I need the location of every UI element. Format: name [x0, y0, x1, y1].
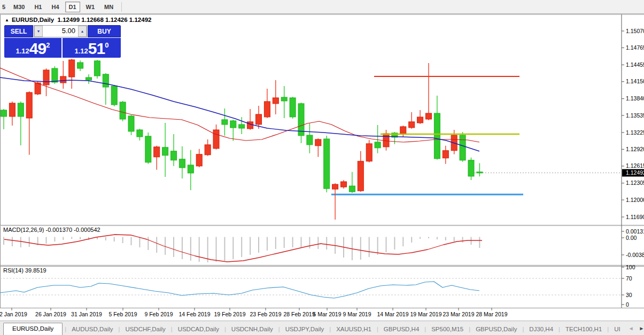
buy-button[interactable]: BUY: [88, 25, 121, 37]
svg-text:100: 100: [626, 264, 635, 270]
svg-text:9 Mar 2019: 9 Mar 2019: [343, 311, 371, 317]
tab-dj30-h4[interactable]: DJ30,H4: [524, 324, 558, 335]
tab-tech100-h1[interactable]: TECH100,H1: [560, 324, 607, 335]
svg-text:1.14150: 1.14150: [626, 78, 644, 84]
chart-title: ▲EURUSD,Daily 1.12499 1.12668 1.12426 1.…: [5, 17, 151, 23]
volume-increase-icon[interactable]: ▲: [78, 26, 87, 37]
svg-text:9 Feb 2019: 9 Feb 2019: [144, 311, 173, 317]
svg-text:19 Mar 2019: 19 Mar 2019: [410, 311, 442, 317]
tab-gbpusd-daily[interactable]: GBPUSD,Daily: [470, 324, 522, 335]
mt4-window: 5M30H1H4D1W1MN 1.150701.147651.144551.14…: [0, 0, 644, 335]
svg-text:30: 30: [626, 292, 632, 298]
symbol-tab-bar: EURUSD,Daily|AUDUSD,Daily|USDCHF,Daily|U…: [0, 321, 644, 335]
sell-quote-button[interactable]: 1.12492: [4, 38, 61, 58]
svg-text:1.13535: 1.13535: [626, 112, 644, 119]
sell-price-pip: 2: [46, 41, 50, 49]
svg-text:-0.00386: -0.00386: [626, 252, 644, 258]
tab-usdjpy-daily[interactable]: USDJPY,Daily: [280, 324, 330, 335]
svg-text:0: 0: [626, 301, 629, 308]
chart-ohlc-values: 1.12499 1.12668 1.12426 1.12492: [58, 17, 152, 23]
volume-input[interactable]: 5.00: [43, 26, 78, 37]
tab-ui[interactable]: UI: [609, 324, 626, 335]
tab-usdchf-daily[interactable]: USDCHF,Daily: [120, 324, 170, 335]
svg-text:5 Feb 2019: 5 Feb 2019: [108, 311, 137, 317]
sell-price-main: 49: [29, 41, 46, 57]
svg-text:0.00: 0.00: [626, 235, 637, 241]
svg-text:1.12492: 1.12492: [626, 169, 644, 176]
sell-price-prefix: 1.12: [16, 47, 29, 57]
svg-text:1.12920: 1.12920: [626, 146, 644, 152]
tab-scroll-right-icon[interactable]: ►: [637, 325, 644, 331]
svg-text:23 Feb 2019: 23 Feb 2019: [250, 311, 282, 317]
current-price-tag: 1.12492: [622, 169, 644, 177]
tab-scroll-arrows: ◄►: [626, 321, 644, 335]
svg-text:5 Mar 2019: 5 Mar 2019: [313, 311, 341, 317]
svg-text:1.11690: 1.11690: [626, 214, 644, 220]
svg-text:1.14765: 1.14765: [626, 44, 644, 51]
tab-eurusd-daily[interactable]: EURUSD,Daily: [3, 323, 63, 335]
svg-text:1.12615: 1.12615: [626, 162, 644, 169]
svg-text:1.13225: 1.13225: [626, 129, 644, 136]
tab-usdcad-daily[interactable]: USDCAD,Daily: [173, 324, 224, 335]
tab-sp500-m15[interactable]: SP500,M15: [426, 324, 469, 335]
tab-xauusd-h1[interactable]: XAUUSD,H1: [331, 324, 377, 335]
svg-text:31 Jan 2019: 31 Jan 2019: [71, 311, 102, 317]
svg-text:1.15070: 1.15070: [626, 28, 644, 34]
buy-price-main: 51: [88, 41, 105, 57]
svg-text:1.14455: 1.14455: [626, 61, 644, 68]
svg-text:1.12000: 1.12000: [626, 197, 644, 203]
svg-text:26 Jan 2019: 26 Jan 2019: [35, 311, 66, 317]
sell-button[interactable]: SELL: [4, 25, 33, 37]
svg-text:14 Feb 2019: 14 Feb 2019: [179, 311, 211, 317]
svg-text:1.13840: 1.13840: [626, 95, 644, 102]
rsi-label: RSI(14) 39.8519: [3, 267, 46, 274]
svg-text:23 Mar 2019: 23 Mar 2019: [443, 311, 475, 317]
svg-text:28 Feb 2019: 28 Feb 2019: [284, 311, 315, 317]
svg-text:1.12305: 1.12305: [626, 180, 644, 186]
svg-text:14 Mar 2019: 14 Mar 2019: [377, 311, 409, 317]
svg-text:19 Feb 2019: 19 Feb 2019: [214, 311, 246, 317]
buy-price-pip: 0: [105, 41, 108, 49]
svg-text:70: 70: [626, 275, 632, 282]
buy-quote-button[interactable]: 1.12510: [63, 38, 121, 58]
macd-label: MACD(12,26,9) -0.001370 -0.000542: [3, 227, 100, 233]
tab-scroll-left-icon[interactable]: ◄: [626, 325, 637, 331]
one-click-trade-panel: SELL ▼ 5.00 ▲ BUY 1.12492 1.12510: [4, 25, 121, 58]
tab-audusd-daily[interactable]: AUDUSD,Daily: [66, 324, 118, 335]
tab-gbpusd-h4[interactable]: GBPUSD,H4: [378, 324, 424, 335]
chart-symbol-label: EURUSD,Daily: [12, 17, 54, 23]
volume-spinner: ▼ 5.00 ▲: [34, 25, 87, 37]
svg-text:22 Jan 2019: 22 Jan 2019: [0, 311, 27, 317]
volume-decrease-icon[interactable]: ▼: [34, 26, 43, 37]
svg-text:0.0013137: 0.0013137: [626, 228, 644, 235]
collapse-chart-icon[interactable]: ▲: [5, 18, 9, 22]
tab-usdcnh-daily[interactable]: USDCNH,Daily: [226, 324, 278, 335]
buy-price-prefix: 1.12: [75, 47, 88, 57]
svg-text:28 Mar 2019: 28 Mar 2019: [476, 311, 508, 317]
